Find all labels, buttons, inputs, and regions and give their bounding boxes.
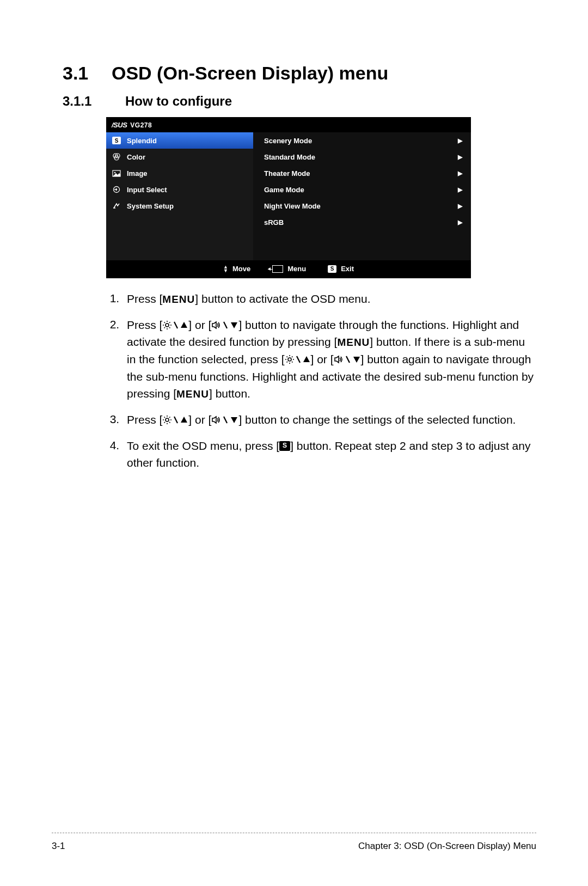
svg-line-34	[169, 422, 170, 423]
section-title-text: OSD (On-Screen Display) menu	[112, 63, 388, 83]
svg-point-4	[114, 172, 116, 173]
osd-right-label: sRGB	[264, 218, 284, 227]
osd-right-item: Game Mode▶	[253, 181, 471, 198]
menu-button-icon: MENU	[162, 292, 195, 307]
subsection-title-text: How to configure	[125, 94, 232, 108]
subsection-heading: 3.1.1How to configure	[63, 94, 536, 109]
svg-line-22	[286, 357, 287, 358]
osd-header: /SUS VG278	[106, 117, 471, 132]
osd-left-item-input: Input Select	[106, 181, 253, 198]
s-badge-icon: S	[328, 265, 336, 273]
subsection-number: 3.1.1	[63, 94, 125, 109]
step-text: To exit the OSD menu, press [	[127, 439, 279, 452]
osd-footer-label: Exit	[341, 265, 354, 273]
svg-line-33	[164, 417, 166, 418]
svg-line-25	[292, 357, 293, 358]
chevron-right-icon: ▶	[458, 137, 462, 144]
osd-footer: ▲▼ Move Menu S Exit	[106, 260, 471, 278]
svg-line-24	[286, 362, 287, 363]
osd-left-label: Color	[127, 153, 145, 161]
brightness-up-icon	[162, 320, 188, 330]
page-number: 3-1	[52, 841, 65, 852]
step-text: Press [	[127, 319, 162, 331]
svg-point-6	[166, 323, 169, 327]
osd-left-item-image: Image	[106, 165, 253, 181]
osd-footer-label: Menu	[287, 265, 306, 273]
svg-line-13	[164, 327, 166, 328]
volume-down-icon	[211, 415, 238, 425]
osd-left-label: Input Select	[127, 186, 167, 194]
chapter-label: Chapter 3: OSD (On-Screen Display) Menu	[358, 841, 536, 852]
brightness-up-icon	[285, 355, 311, 364]
osd-model: VG278	[130, 121, 152, 129]
osd-left-menu: S Splendid Color Image	[106, 132, 253, 260]
image-icon	[112, 169, 121, 178]
step-2: Press [] or [] button to navigate throug…	[122, 316, 536, 402]
section-heading: 3.1OSD (On-Screen Display) menu	[63, 63, 536, 84]
osd-right-item: Theater Mode▶	[253, 165, 471, 181]
osd-footer-menu: Menu	[272, 265, 306, 273]
step-text: ] button.	[209, 388, 250, 400]
osd-left-item-splendid: S Splendid	[106, 132, 253, 149]
osd-right-menu: Scenery Mode▶ Standard Mode▶ Theater Mod…	[253, 132, 471, 260]
updown-icon: ▲▼	[223, 265, 228, 273]
asus-logo: /SUS	[112, 121, 127, 129]
input-icon	[112, 185, 121, 194]
step-3: Press [] or [] button to change the sett…	[122, 411, 536, 429]
step-text: Press [	[127, 292, 162, 305]
osd-right-label: Standard Mode	[264, 153, 315, 161]
step-text: ] or [	[188, 319, 211, 331]
color-icon	[112, 152, 121, 161]
osd-left-label: Image	[127, 169, 148, 178]
svg-line-37	[174, 417, 177, 423]
osd-body: S Splendid Color Image	[106, 132, 471, 260]
svg-line-27	[346, 356, 350, 363]
osd-right-item: Standard Mode▶	[253, 149, 471, 165]
step-text: Press [	[127, 413, 162, 426]
svg-point-28	[166, 418, 169, 421]
chevron-right-icon: ▶	[458, 203, 462, 210]
s-badge-icon: S	[112, 136, 121, 145]
svg-line-23	[292, 362, 293, 363]
svg-line-35	[164, 422, 166, 423]
svg-line-12	[169, 327, 170, 328]
osd-footer-label: Move	[232, 265, 250, 273]
osd-right-label: Game Mode	[264, 186, 304, 194]
chevron-right-icon: ▶	[458, 186, 462, 193]
step-text: ] or [	[311, 353, 334, 365]
chevron-right-icon: ▶	[458, 219, 462, 226]
osd-right-label: Night View Mode	[264, 202, 321, 210]
osd-screenshot: /SUS VG278 S Splendid Color	[106, 117, 471, 278]
svg-point-17	[288, 358, 291, 361]
menu-button-icon: MENU	[337, 335, 370, 350]
menu-button-icon: MENU	[176, 387, 209, 402]
svg-line-38	[224, 417, 227, 423]
brightness-up-icon	[162, 415, 188, 425]
osd-footer-move: ▲▼ Move	[223, 265, 250, 273]
svg-line-14	[169, 322, 170, 323]
svg-line-16	[224, 322, 227, 328]
osd-right-item: sRGB▶	[253, 214, 471, 230]
step-text: ] button to activate the OSD menu.	[195, 292, 370, 305]
step-text: ] or [	[188, 413, 211, 426]
osd-right-item: Night View Mode▶	[253, 198, 471, 214]
osd-left-item-color: Color	[106, 149, 253, 165]
volume-down-icon	[334, 355, 361, 364]
svg-line-15	[174, 322, 177, 328]
chevron-right-icon: ▶	[458, 154, 462, 161]
page-footer: 3-1 Chapter 3: OSD (On-Screen Display) M…	[52, 833, 536, 852]
step-1: Press [MENU] button to activate the OSD …	[122, 290, 536, 308]
osd-left-item-system: System Setup	[106, 198, 253, 214]
osd-right-label: Scenery Mode	[264, 137, 312, 145]
osd-left-label: System Setup	[127, 202, 174, 210]
osd-left-label: Splendid	[127, 137, 157, 145]
system-icon	[112, 201, 121, 210]
svg-line-36	[169, 417, 170, 418]
volume-down-icon	[211, 320, 238, 330]
svg-line-26	[297, 356, 300, 363]
step-4: To exit the OSD menu, press [S] button. …	[122, 437, 536, 472]
s-button-icon: S	[279, 441, 290, 451]
osd-right-item: Scenery Mode▶	[253, 132, 471, 149]
osd-footer-exit: S Exit	[328, 265, 354, 273]
osd-right-label: Theater Mode	[264, 169, 310, 178]
